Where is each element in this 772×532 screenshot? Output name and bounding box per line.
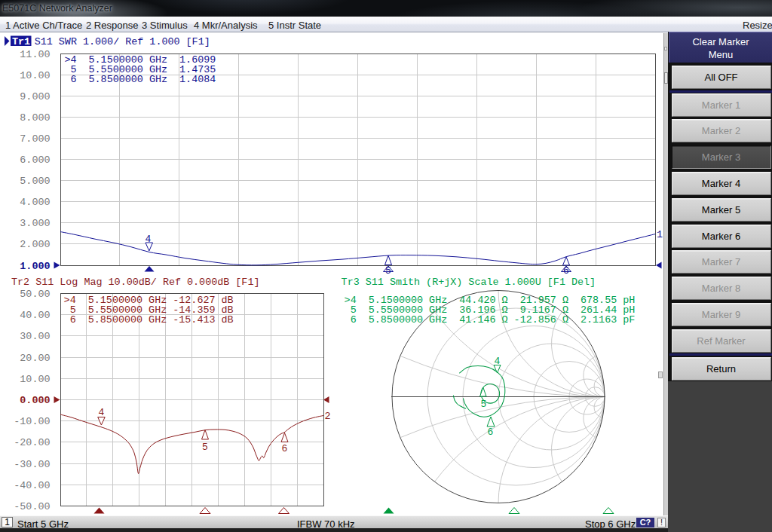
- svg-text:6 5.8500000 GHz -15.413 dB: 6 5.8500000 GHz -15.413 dB: [64, 314, 234, 326]
- svg-text:-30.00: -30.00: [14, 459, 50, 470]
- svg-text:11.00: 11.00: [20, 49, 50, 60]
- svg-text:1.000: 1.000: [20, 261, 50, 272]
- svg-text:2: 2: [325, 411, 331, 422]
- svg-text:1: 1: [657, 229, 663, 240]
- svg-text:5: 5: [481, 399, 487, 410]
- svg-text:10.00: 10.00: [20, 70, 50, 81]
- svg-text:30.00: 30.00: [20, 331, 50, 342]
- svg-text:7.000: 7.000: [20, 133, 50, 145]
- svg-text:-50.00: -50.00: [14, 501, 50, 512]
- svg-text:6 5.8500000 GHz 1.4084: 6 5.8500000 GHz 1.4084: [64, 74, 216, 85]
- svg-text:10.00: 10.00: [20, 374, 50, 385]
- svg-text:40.00: 40.00: [20, 310, 50, 321]
- svg-text:Tr2 S11 Log Mag 10.00dB/ Ref 0: Tr2 S11 Log Mag 10.00dB/ Ref 0.000dB [F1…: [11, 277, 259, 288]
- svg-text:-40.00: -40.00: [14, 480, 50, 491]
- svg-text:6: 6: [282, 443, 288, 454]
- svg-text:-20.00: -20.00: [14, 437, 50, 448]
- svg-text:5.000: 5.000: [20, 176, 50, 187]
- svg-text:6 5.8500000 GHz 41.146 Ω -12: 6 5.8500000 GHz 41.146 Ω -12.856 Ω 2.116…: [345, 314, 636, 326]
- svg-text:Tr1: Tr1: [12, 36, 30, 47]
- svg-text:Tr3 S11 Smith (R+jX) Scale 1.0: Tr3 S11 Smith (R+jX) Scale 1.000U [F1 De…: [342, 277, 596, 288]
- svg-text:6: 6: [488, 427, 494, 438]
- svg-text:20.00: 20.00: [20, 353, 50, 364]
- svg-text:S11 SWR 1.000/ Ref 1.000 [F1]: S11 SWR 1.000/ Ref 1.000 [F1]: [35, 36, 210, 47]
- svg-text:9.000: 9.000: [20, 91, 50, 102]
- svg-text:4: 4: [99, 407, 105, 418]
- svg-text:0.000: 0.000: [20, 395, 50, 406]
- svg-text:5: 5: [385, 265, 391, 277]
- svg-text:8.000: 8.000: [20, 112, 50, 124]
- svg-text:6: 6: [563, 265, 569, 277]
- svg-text:-10.00: -10.00: [14, 416, 50, 427]
- svg-text:2.000: 2.000: [20, 239, 50, 250]
- svg-text:3.000: 3.000: [20, 218, 50, 229]
- svg-text:6.000: 6.000: [20, 154, 50, 166]
- svg-text:5: 5: [202, 442, 208, 453]
- svg-text:4.000: 4.000: [20, 197, 50, 208]
- svg-text:50.00: 50.00: [20, 289, 50, 300]
